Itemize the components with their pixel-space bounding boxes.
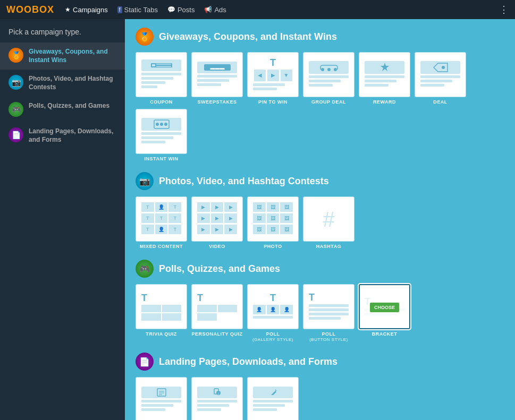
card-photo-thumb: 🖼 🖼 🖼 🖼 🖼 🖼 🖼 🖼 <box>247 196 299 242</box>
section-polls-icon: 🎮 <box>136 260 154 278</box>
svg-point-8 <box>334 68 337 71</box>
svg-text:▬▬▬: ▬▬▬ <box>210 65 224 71</box>
svg-text:↓: ↓ <box>217 391 219 395</box>
card-reward-label: REWARD <box>359 99 410 105</box>
card-trivia-quiz-label: TRIVIA QUIZ <box>136 331 187 337</box>
section-polls-title: Polls, Quizzes, and Games <box>159 263 280 275</box>
layout: Pick a campaign type. 🏅 Giveaways, Coupo… <box>0 19 515 420</box>
svg-rect-15 <box>157 389 166 396</box>
nav-items: ★ Campaigns f Static Tabs 💬 Posts 📢 Ads <box>65 6 226 14</box>
photos-icon: 📷 <box>9 75 23 90</box>
star-icon: ★ <box>65 6 71 13</box>
nav-more-button[interactable]: ⋮ <box>499 4 509 15</box>
sidebar-label-landing: Landing Pages, Downloads, and Forms <box>29 127 116 144</box>
card-reward[interactable]: REWARD <box>359 52 410 105</box>
card-sweepstakes[interactable]: ▬▬▬ SWEEPSTAKES <box>191 52 243 105</box>
sidebar-label-photos: Photos, Video, and Hashtag Contests <box>29 75 116 91</box>
card-poll-gallery-thumb: T 👤 👤 👤 <box>247 284 299 329</box>
section-landing: 📄 Landing Pages, Downloads, and Forms <box>136 353 504 420</box>
card-poll-button-label: POLL(BUTTON STYLE) <box>303 331 354 342</box>
card-sweepstakes-label: SWEEPSTAKES <box>191 99 243 105</box>
topnav: WOOBOX ★ Campaigns f Static Tabs 💬 Posts… <box>0 0 515 19</box>
card-hashtag-label: HASHTAG <box>303 244 354 249</box>
card-landing-page-thumb <box>136 377 187 420</box>
card-coupon[interactable]: COUPON <box>136 52 187 105</box>
section-photos-title: Photos, Video, and Hashtag Contests <box>159 176 329 187</box>
card-bracket[interactable]: T CHOOSE BRACKET <box>359 284 410 342</box>
card-mixed-content-thumb: T 👤 T T T T T 👤 <box>136 196 187 242</box>
card-form[interactable]: FORM <box>247 377 299 420</box>
sidebar-item-polls[interactable]: 🎮 Polls, Quizzes, and Games <box>0 97 125 122</box>
choose-overlay: CHOOSE <box>360 285 409 328</box>
choose-button[interactable]: CHOOSE <box>370 303 399 312</box>
section-polls-header: 🎮 Polls, Quizzes, and Games <box>136 260 504 278</box>
sidebar-item-giveaways[interactable]: 🏅 Giveaways, Coupons, and Instant Wins <box>0 42 125 70</box>
nav-static-tabs[interactable]: f Static Tabs <box>117 6 158 14</box>
svg-point-6 <box>321 68 324 71</box>
card-poll-gallery[interactable]: T 👤 👤 👤 POLL(GALLERY STYLE) <box>247 284 299 342</box>
sidebar-label-polls: Polls, Quizzes, and Games <box>29 102 109 110</box>
giveaways-icon: 🏅 <box>9 48 23 63</box>
landing-icon: 📄 <box>9 127 23 142</box>
card-pin-to-win[interactable]: T ◀ ▶ ▼ PIN TO WIN <box>247 52 299 105</box>
card-video-label: VIDEO <box>191 244 243 249</box>
card-sweepstakes-thumb: ▬▬▬ <box>191 52 243 97</box>
card-group-deal-thumb <box>303 52 354 97</box>
card-coupon-thumb <box>136 52 187 97</box>
card-bracket-thumb: T CHOOSE <box>359 284 410 329</box>
svg-line-22 <box>275 390 276 391</box>
card-personality-quiz[interactable]: T PERSONALITY QUIZ <box>191 284 243 342</box>
card-poll-button-thumb: T <box>303 284 354 329</box>
nav-campaigns[interactable]: ★ Campaigns <box>65 6 108 14</box>
svg-point-13 <box>160 123 163 126</box>
giveaways-cards: COUPON ▬▬▬ SWEEPSTAKES <box>136 52 504 161</box>
sidebar-item-photos[interactable]: 📷 Photos, Video, and Hashtag Contests <box>0 70 125 97</box>
card-trivia-quiz[interactable]: T TRIVIA QUIZ <box>136 284 187 342</box>
sidebar: Pick a campaign type. 🏅 Giveaways, Coupo… <box>0 19 125 420</box>
sidebar-title: Pick a campaign type. <box>0 28 125 42</box>
card-trivia-quiz-thumb: T <box>136 284 187 329</box>
section-giveaways-icon: 🏅 <box>136 28 154 46</box>
nav-posts[interactable]: 💬 Posts <box>167 6 195 14</box>
sidebar-item-landing[interactable]: 📄 Landing Pages, Downloads, and Forms <box>0 122 125 149</box>
card-reward-thumb <box>359 52 410 97</box>
card-personality-quiz-thumb: T <box>191 284 243 329</box>
card-download[interactable]: ↓ DOWNLOAD <box>191 377 243 420</box>
card-video[interactable]: ▶ ▶ ▶ ▶ ▶ ▶ ▶ ▶ <box>191 196 243 249</box>
card-photo-label: PHOTO <box>247 244 299 249</box>
section-giveaways-title: Giveaways, Coupons, and Instant Wins <box>159 31 337 42</box>
section-landing-header: 📄 Landing Pages, Downloads, and Forms <box>136 353 504 371</box>
card-photo[interactable]: 🖼 🖼 🖼 🖼 🖼 🖼 🖼 🖼 <box>247 196 299 249</box>
card-group-deal[interactable]: GROUP DEAL <box>303 52 354 105</box>
section-photos: 📷 Photos, Video, and Hashtag Contests T … <box>136 172 504 249</box>
sidebar-label-giveaways: Giveaways, Coupons, and Instant Wins <box>29 48 116 64</box>
nav-ads[interactable]: 📢 Ads <box>204 6 226 14</box>
card-deal[interactable]: DEAL <box>415 52 466 105</box>
section-landing-icon: 📄 <box>136 353 154 371</box>
card-hashtag[interactable]: # HASHTAG <box>303 196 354 249</box>
svg-point-10 <box>442 66 445 69</box>
card-poll-button[interactable]: T POLL(BUTTON STYLE) <box>303 284 354 342</box>
card-pin-to-win-label: PIN TO WIN <box>247 99 299 105</box>
card-deal-label: DEAL <box>415 99 466 105</box>
main-content: 🏅 Giveaways, Coupons, and Instant Wins <box>125 19 515 420</box>
card-coupon-label: COUPON <box>136 99 187 105</box>
megaphone-icon: 📢 <box>204 6 212 13</box>
section-photos-icon: 📷 <box>136 172 154 190</box>
svg-rect-1 <box>152 64 155 66</box>
card-mixed-content-label: MIXED CONTENT <box>136 244 187 249</box>
landing-cards: LANDING PAGE ↓ DOWNLOAD <box>136 377 504 420</box>
card-poll-gallery-label: POLL(GALLERY STYLE) <box>247 331 299 342</box>
card-download-thumb: ↓ <box>191 377 243 420</box>
card-instant-win[interactable]: INSTANT WIN <box>136 109 187 161</box>
card-bracket-label: BRACKET <box>359 331 410 337</box>
facebook-icon: f <box>117 6 122 13</box>
section-photos-header: 📷 Photos, Video, and Hashtag Contests <box>136 172 504 190</box>
card-video-thumb: ▶ ▶ ▶ ▶ ▶ ▶ ▶ ▶ <box>191 196 243 242</box>
card-instant-win-thumb <box>136 109 187 154</box>
card-personality-quiz-label: PERSONALITY QUIZ <box>191 331 243 337</box>
logo: WOOBOX <box>6 4 54 15</box>
card-mixed-content[interactable]: T 👤 T T T T T 👤 <box>136 196 187 249</box>
card-landing-page[interactable]: LANDING PAGE <box>136 377 187 420</box>
card-form-thumb <box>247 377 299 420</box>
